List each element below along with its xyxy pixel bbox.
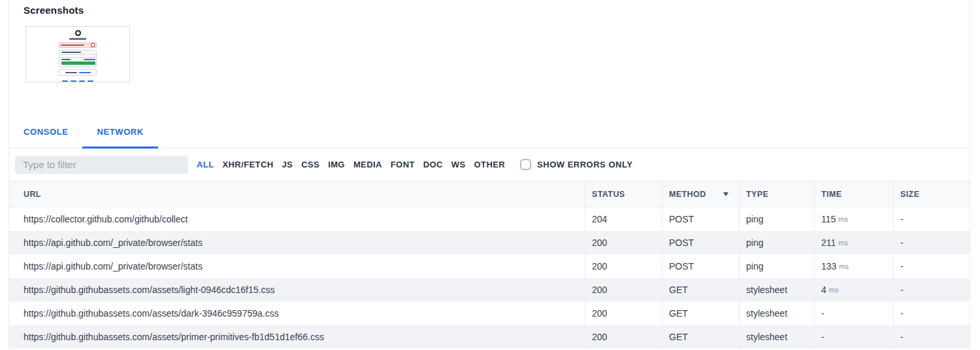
network-table: URL STATUS METHOD TYPE TIME SIZE https:/… (9, 181, 970, 349)
tab-network[interactable]: NETWORK (82, 121, 157, 148)
network-request-row[interactable]: https://github.githubassets.com/assets/l… (9, 278, 970, 302)
cell-size: - (893, 231, 970, 254)
cell-type: ping (739, 254, 814, 278)
thumb-signin-button (61, 61, 95, 65)
cell-time: 115 ms (814, 207, 893, 231)
devtools-tabbar: CONSOLE NETWORK (9, 121, 970, 149)
thumb-close-icon (91, 43, 95, 47)
thumb-login-form (59, 50, 97, 67)
cell-size: - (893, 207, 970, 231)
thumb-username-label (61, 52, 81, 53)
cell-status: 200 (585, 302, 662, 325)
tab-console[interactable]: CONSOLE (9, 121, 82, 148)
cell-method: GET (662, 278, 739, 302)
cell-time: 133 ms (814, 254, 893, 278)
thumb-new-to-github-text (65, 72, 77, 73)
thumb-create-account-box (59, 69, 97, 76)
thumb-error-flash (59, 43, 97, 48)
cell-url: https://github.githubassets.com/assets/l… (9, 278, 585, 302)
cell-url: https://api.github.com/_private/browser/… (9, 231, 585, 254)
time-value: 4 (821, 285, 826, 295)
screenshots-title: Screenshots (24, 5, 970, 16)
thumb-forgot-password-link (84, 59, 95, 60)
filter-type-css[interactable]: CSS (301, 160, 319, 169)
cell-method: GET (662, 325, 739, 349)
cell-status: 200 (585, 254, 662, 278)
cell-type: stylesheet (739, 302, 814, 325)
cell-url: https://github.githubassets.com/assets/d… (9, 302, 585, 325)
time-value: 133 (821, 261, 836, 271)
sort-descending-icon (723, 192, 728, 196)
time-value: - (821, 308, 825, 319)
time-value: - (821, 332, 825, 342)
errors-only-checkbox (520, 159, 531, 170)
time-unit: ms (839, 262, 849, 270)
cell-type: ping (739, 207, 814, 231)
thumb-username-input (61, 54, 95, 58)
errors-only-label: SHOW ERRORS ONLY (537, 160, 632, 169)
cell-method: POST (662, 231, 739, 254)
network-table-header: URL STATUS METHOD TYPE TIME SIZE (9, 181, 970, 207)
network-request-row[interactable]: https://api.github.com/_private/browser/… (9, 231, 970, 254)
cell-status: 200 (585, 278, 662, 302)
column-header-size[interactable]: SIZE (893, 181, 970, 207)
show-errors-only-toggle[interactable]: SHOW ERRORS ONLY (520, 159, 632, 170)
screenshots-section: Screenshots (9, 0, 970, 82)
cell-type: ping (739, 231, 814, 254)
cell-size: - (893, 254, 970, 278)
column-header-method[interactable]: METHOD (662, 181, 739, 207)
thumb-create-account-link (79, 72, 91, 73)
cell-size: - (893, 278, 970, 302)
cell-size: - (893, 325, 970, 349)
filter-type-doc[interactable]: DOC (423, 160, 443, 169)
cell-time: 4 ms (814, 278, 893, 302)
thumb-password-label (61, 59, 71, 60)
cell-status: 200 (585, 325, 662, 349)
cell-type: stylesheet (739, 325, 814, 349)
network-filter-bar: ALLXHR/FETCHJSCSSIMGMEDIAFONTDOCWSOTHER … (9, 149, 970, 181)
network-request-row[interactable]: https://api.github.com/_private/browser/… (9, 254, 970, 278)
column-header-type[interactable]: TYPE (739, 181, 814, 207)
devtools-panel: Screenshots (8, 0, 970, 350)
time-unit: ms (838, 215, 848, 223)
cell-method: POST (662, 254, 739, 278)
network-request-row[interactable]: https://collector.github.com/github/coll… (9, 207, 970, 231)
time-unit: ms (838, 239, 848, 247)
time-value: 211 (821, 237, 836, 248)
cell-size: - (893, 302, 970, 325)
cell-type: stylesheet (739, 278, 814, 302)
thumb-error-text (61, 44, 84, 46)
cell-url: https://collector.github.com/github/coll… (9, 207, 585, 231)
filter-type-list: ALLXHR/FETCHJSCSSIMGMEDIAFONTDOCWSOTHER (197, 160, 505, 169)
cell-status: 200 (585, 231, 662, 254)
filter-type-img[interactable]: IMG (328, 160, 345, 169)
filter-type-media[interactable]: MEDIA (353, 160, 382, 169)
network-request-row[interactable]: https://github.githubassets.com/assets/d… (9, 302, 970, 325)
cell-url: https://api.github.com/_private/browser/… (9, 254, 585, 278)
filter-input[interactable] (15, 156, 188, 174)
github-logo-icon (75, 30, 81, 36)
cell-method: GET (662, 302, 739, 325)
column-header-status[interactable]: STATUS (585, 181, 662, 207)
column-header-time[interactable]: TIME (814, 181, 893, 207)
filter-type-other[interactable]: OTHER (474, 160, 506, 169)
filter-type-xhr-fetch[interactable]: XHR/FETCH (222, 160, 273, 169)
filter-type-all[interactable]: ALL (197, 160, 214, 169)
cell-time: 211 ms (814, 231, 893, 254)
column-header-url[interactable]: URL (9, 181, 585, 207)
thumb-footer-links (62, 80, 93, 82)
cell-time: - (814, 302, 893, 325)
network-request-row[interactable]: https://github.githubassets.com/assets/p… (9, 325, 970, 349)
cell-url: https://github.githubassets.com/assets/p… (9, 325, 585, 349)
time-value: 115 (821, 214, 836, 224)
screenshot-thumbnail-github-login[interactable] (25, 26, 130, 82)
network-table-body: https://collector.github.com/github/coll… (9, 207, 970, 349)
filter-type-js[interactable]: JS (282, 160, 293, 169)
thumb-signin-heading (69, 38, 86, 40)
cell-time: - (814, 325, 893, 349)
time-unit: ms (829, 286, 839, 294)
filter-type-font[interactable]: FONT (391, 160, 415, 169)
column-header-method-label: METHOD (669, 190, 706, 199)
filter-type-ws[interactable]: WS (451, 160, 466, 169)
cell-method: POST (662, 207, 739, 231)
